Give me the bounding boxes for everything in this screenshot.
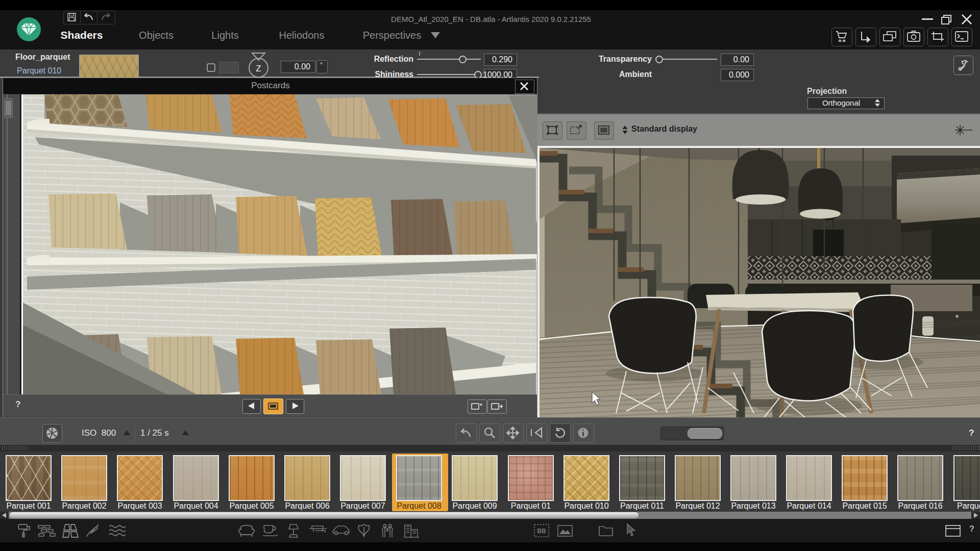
svg-text:BB: BB — [537, 528, 546, 535]
svg-text:Z: Z — [256, 64, 261, 73]
